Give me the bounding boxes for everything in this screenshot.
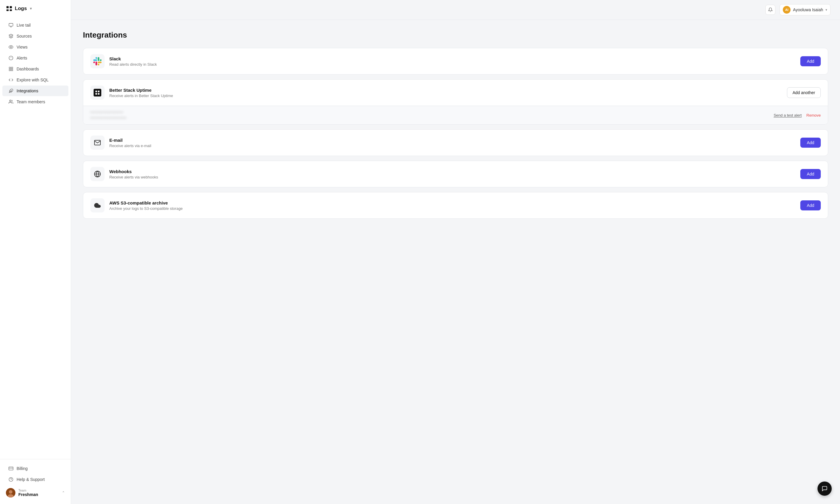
card-icon-email xyxy=(90,136,105,150)
sidebar-item-integrations[interactable]: Integrations xyxy=(2,86,68,96)
send-test-alert-button[interactable]: Send a test alert xyxy=(774,113,802,118)
sidebar-label-billing: Billing xyxy=(17,466,28,471)
grid-icon xyxy=(8,66,14,72)
card-header-webhooks: Webhooks Receive alerts via webhooks Add xyxy=(83,161,828,187)
sidebar: Logs ▾ Live tail Sources xyxy=(0,0,71,504)
eye-icon xyxy=(8,44,14,50)
card-icon-aws-s3 xyxy=(90,198,105,213)
integration-card-email: E-mail Receive alerts via e-mail Add xyxy=(83,129,828,156)
card-info-slack: Slack Read alerts directly in Slack xyxy=(109,56,795,67)
existing-row-better-stack: •••••••••••••••••••• •••••••••••••••••••… xyxy=(83,106,828,124)
team-info: Team Freshman xyxy=(18,489,59,497)
sidebar-label-views: Views xyxy=(17,45,28,50)
integration-card-aws-s3: AWS S3-compatible archive Archive your l… xyxy=(83,192,828,219)
integration-card-slack: Slack Read alerts directly in Slack Add xyxy=(83,48,828,75)
sidebar-label-dashboards: Dashboards xyxy=(17,67,39,71)
help-circle-icon xyxy=(8,477,14,482)
card-icon-webhooks xyxy=(90,167,105,181)
svg-point-8 xyxy=(11,47,12,48)
sidebar-item-team-members[interactable]: Team members xyxy=(2,96,68,107)
sidebar-item-dashboards[interactable]: Dashboards xyxy=(2,64,68,74)
alert-icon xyxy=(8,55,14,61)
add-button-slack[interactable]: Add xyxy=(800,56,821,66)
user-menu-button[interactable]: AI Ayooluwa Isaiah ▾ xyxy=(780,4,830,15)
users-icon xyxy=(8,99,14,105)
topbar: AI Ayooluwa Isaiah ▾ xyxy=(71,0,840,20)
integrations-list: Slack Read alerts directly in Slack Add … xyxy=(83,48,828,219)
svg-rect-2 xyxy=(6,10,8,11)
svg-rect-26 xyxy=(95,91,97,92)
chat-icon xyxy=(822,486,827,491)
user-name: Ayooluwa Isaiah xyxy=(793,7,823,12)
card-title-aws-s3: AWS S3-compatible archive xyxy=(109,200,795,205)
team-name: Freshman xyxy=(18,492,59,497)
sidebar-item-billing[interactable]: Billing xyxy=(2,463,68,474)
svg-rect-3 xyxy=(10,10,12,11)
card-title-webhooks: Webhooks xyxy=(109,169,795,174)
card-title-slack: Slack xyxy=(109,56,795,61)
svg-rect-27 xyxy=(98,91,100,92)
avatar-icon xyxy=(6,488,15,498)
card-info-email: E-mail Receive alerts via e-mail xyxy=(109,138,795,148)
sidebar-bottom: Billing Help & Support Team Fresh xyxy=(0,459,71,504)
content-area: Integrations Slack Read alerts directly … xyxy=(71,20,840,504)
team-chevron-icon: ⌃ xyxy=(62,491,65,495)
card-desc-better-stack: Receive alerts in Better Stack Uptime xyxy=(109,93,782,98)
existing-actions: Send a test alert Remove xyxy=(774,113,821,118)
integration-card-webhooks: Webhooks Receive alerts via webhooks Add xyxy=(83,161,828,187)
svg-rect-12 xyxy=(9,67,11,69)
card-info-webhooks: Webhooks Receive alerts via webhooks xyxy=(109,169,795,179)
sidebar-label-help-support: Help & Support xyxy=(17,477,45,482)
chat-fab-button[interactable] xyxy=(818,482,832,496)
sidebar-item-help-support[interactable]: Help & Support xyxy=(2,474,68,485)
remove-button[interactable]: Remove xyxy=(807,113,821,118)
app-chevron: ▾ xyxy=(30,6,32,11)
monitor-icon xyxy=(8,22,14,28)
main-content: AI Ayooluwa Isaiah ▾ Integrations Slack … xyxy=(71,0,840,504)
nav-section: Live tail Sources Views xyxy=(0,17,71,459)
add-another-button-better-stack[interactable]: Add another xyxy=(787,87,821,98)
svg-rect-29 xyxy=(98,93,100,95)
page-title: Integrations xyxy=(83,31,828,40)
sidebar-item-alerts[interactable]: Alerts xyxy=(2,53,68,63)
card-icon-better-stack xyxy=(90,86,105,100)
existing-line2: •••••••••••••••••••••• xyxy=(90,116,769,120)
sidebar-item-live-tail[interactable]: Live tail xyxy=(2,20,68,31)
puzzle-icon xyxy=(8,88,14,93)
user-chevron-icon: ▾ xyxy=(825,8,827,12)
betterstack-logo-icon xyxy=(93,89,101,96)
user-initials: AI xyxy=(785,8,788,12)
card-header-email: E-mail Receive alerts via e-mail Add xyxy=(83,130,828,156)
existing-info-better-stack: •••••••••••••••••••• •••••••••••••••••••… xyxy=(90,110,769,120)
sidebar-label-integrations: Integrations xyxy=(17,89,38,93)
svg-rect-15 xyxy=(11,69,13,71)
card-desc-email: Receive alerts via e-mail xyxy=(109,144,795,148)
card-title-better-stack: Better Stack Uptime xyxy=(109,88,782,93)
sidebar-label-alerts: Alerts xyxy=(17,56,27,60)
card-desc-webhooks: Receive alerts via webhooks xyxy=(109,175,795,179)
svg-rect-28 xyxy=(95,93,97,95)
team-avatar xyxy=(6,488,15,498)
card-desc-slack: Read alerts directly in Slack xyxy=(109,62,795,67)
app-logo[interactable]: Logs ▾ xyxy=(0,0,71,17)
team-label: Team xyxy=(18,489,59,492)
card-info-better-stack: Better Stack Uptime Receive alerts in Be… xyxy=(109,88,782,98)
svg-point-24 xyxy=(9,490,13,494)
card-header-slack: Slack Read alerts directly in Slack Add xyxy=(83,48,828,74)
sidebar-item-sources[interactable]: Sources xyxy=(2,31,68,41)
sidebar-label-explore-sql: Explore with SQL xyxy=(17,77,49,82)
team-section[interactable]: Team Freshman ⌃ xyxy=(0,485,71,501)
svg-point-18 xyxy=(10,100,11,102)
add-button-webhooks[interactable]: Add xyxy=(800,169,821,179)
sidebar-item-views[interactable]: Views xyxy=(2,42,68,52)
logo-icon xyxy=(6,5,13,12)
notifications-button[interactable] xyxy=(765,5,775,15)
add-button-email[interactable]: Add xyxy=(800,138,821,148)
svg-rect-1 xyxy=(10,6,12,8)
code-icon xyxy=(8,77,14,83)
existing-line1: •••••••••••••••••••• xyxy=(90,110,769,114)
card-title-email: E-mail xyxy=(109,138,795,143)
add-button-aws-s3[interactable]: Add xyxy=(800,200,821,211)
sidebar-item-explore-sql[interactable]: Explore with SQL xyxy=(2,75,68,85)
bell-icon xyxy=(768,7,773,12)
